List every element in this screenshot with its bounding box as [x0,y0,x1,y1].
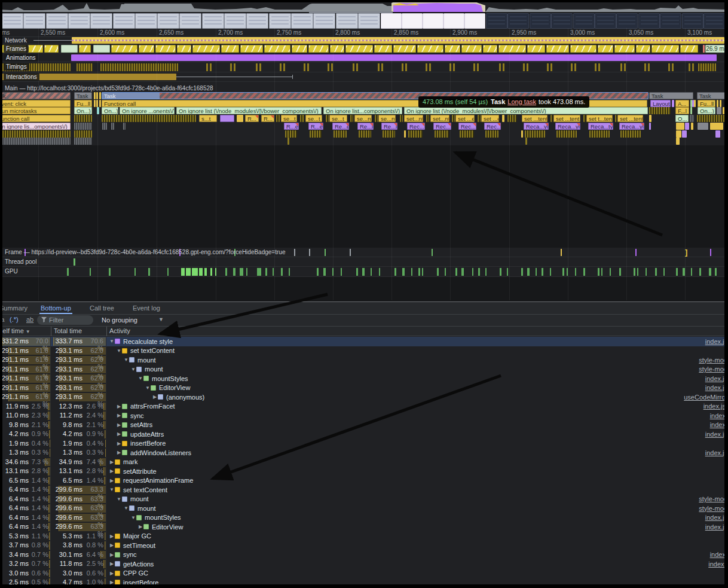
animations-track-label: Animations [4,54,38,62]
flame-bar[interactable]: Task [649,92,693,99]
flame-tick[interactable] [102,115,196,122]
flame-bar[interactable]: On...) [102,107,118,114]
flame-tick[interactable] [485,130,498,138]
flame-tick[interactable] [507,115,517,122]
flame-bar[interactable]: set ...ent [481,115,499,122]
flame-bar[interactable]: R...e [284,123,299,130]
flame-bar[interactable]: On ignore list (\/node_modules\/|\/bower… [176,107,322,114]
flame-bar[interactable]: Layout [650,100,671,107]
flame-bar[interactable]: Re...le [381,123,397,130]
flame-tick [690,107,692,114]
flame-bar[interactable]: set ...tent [617,115,643,122]
flame-bar[interactable]: Function call [0,115,71,122]
flame-tick[interactable] [74,130,92,138]
flame-bar[interactable]: set...nt [404,115,423,122]
flame-tick [649,115,651,122]
flame-tick[interactable] [0,130,71,138]
flame-bar[interactable]: Fu...ll [74,100,92,107]
flame-bar[interactable]: R... [245,115,259,122]
flame-bar[interactable]: On ignore ...onents\/) [120,107,175,114]
flame-bar[interactable]: Task [74,92,92,99]
flame-bar[interactable]: Rec...le [433,123,451,130]
flame-bar[interactable]: Re...e [332,123,349,130]
flame-tick[interactable] [698,123,708,130]
flame-bar[interactable]: On...) [74,107,92,114]
flame-tick[interactable] [460,130,474,138]
flame-bar[interactable]: Reca...yle [619,123,644,130]
flame-tick [691,123,693,130]
flame-bar[interactable]: Rec...yle [484,123,501,130]
flame-tick [685,123,689,130]
flame-bar[interactable]: Reca...yle [524,123,549,130]
main-thread-label[interactable]: Main — http://localhost:3000/projects/bd… [5,85,213,92]
flame-bar[interactable]: Rec...le [407,123,425,130]
flame-bar[interactable]: F...l [675,107,689,114]
tooltip-kind: Task [491,98,505,105]
flame-bar[interactable]: set ...ent [455,115,475,122]
flame-tick[interactable] [589,130,610,138]
flame-bar[interactable]: set ...tent [522,115,547,122]
flame-bar[interactable]: Re...le [357,123,374,130]
flame-bar[interactable]: On ignore list (\/node_modules\/|\/bower… [404,107,648,114]
flame-tick[interactable] [710,123,723,130]
flame-tick [111,123,114,130]
flame-tick [96,100,98,107]
flame-bar[interactable]: Fu...ll [698,100,715,107]
flame-bar[interactable]: Task [697,92,728,99]
flame-tick[interactable] [556,130,577,138]
flame-tick[interactable] [525,130,545,138]
flame-bar[interactable]: A... [675,100,689,107]
flame-bar[interactable]: On ignore lis...omponents\/) [0,123,71,130]
flame-tick[interactable] [649,107,671,114]
flame-tick[interactable] [435,130,449,138]
flame-bar[interactable]: se...nt [354,115,372,122]
flame-bar[interactable]: O... [675,115,689,122]
flame-bar[interactable]: On ignore list...components\/) [323,107,402,114]
gpu-track-label: GPU [5,268,18,275]
flame-tick[interactable] [408,130,423,138]
flame-bar[interactable]: Task [0,92,71,99]
flame-bar[interactable]: set...nt [430,115,449,122]
flame-tick[interactable] [359,130,371,138]
flame-bar[interactable]: Reca...tyle [588,123,613,130]
flame-tick[interactable] [237,115,243,122]
flame-tick[interactable] [676,123,684,130]
flame-bar[interactable]: Reca...yle [555,123,580,130]
flame-tick [97,107,99,114]
overview-selection-grip[interactable] [309,11,393,13]
flame-bar[interactable]: R... [261,115,274,122]
flame-tick[interactable] [285,130,297,138]
flame-bar[interactable]: s...t [199,115,217,122]
flame-tick[interactable] [620,130,641,138]
long-task-link[interactable]: Long task [507,98,536,105]
flame-bar[interactable]: set ...tent [553,115,580,122]
flame-bar[interactable]: Rec...yle [458,123,476,130]
flame-bar[interactable]: se...t [305,115,322,122]
flame-bar[interactable]: Event: click [0,100,71,107]
flame-tick [521,130,523,138]
flame-bar[interactable]: se...t [281,115,297,122]
flame-tick[interactable] [74,123,92,130]
flame-bar[interactable]: On...) [698,107,715,114]
screenshot-border [0,0,2,588]
flame-tick[interactable] [220,115,234,122]
flame-bar[interactable]: set t...tent [586,115,613,122]
flame-tick [96,92,98,99]
flame-bar[interactable]: se...nt [378,115,396,122]
panel-splitter[interactable] [0,301,728,302]
flame-tick [426,115,429,122]
flame-tick[interactable] [74,115,92,122]
flame-tick[interactable] [697,115,728,122]
flame-bar[interactable]: se...t [329,115,347,122]
flame-bar[interactable]: R...e [308,123,323,130]
flame-bar[interactable]: Run microtasks [0,107,71,114]
flame-tick[interactable] [310,130,322,138]
flame-tick [715,130,720,138]
frame-section-label[interactable]: Frame — https://id-preview--bd53fd9d-728… [5,249,285,255]
flame-tick[interactable] [0,138,71,145]
flame-tick[interactable] [383,130,395,138]
flame-tick [326,115,329,122]
long-task-tooltip: 473.08 ms (self 54 µs)TaskLong tasktook … [418,96,589,108]
flame-tick[interactable] [74,138,92,145]
flame-tick[interactable] [334,130,347,138]
